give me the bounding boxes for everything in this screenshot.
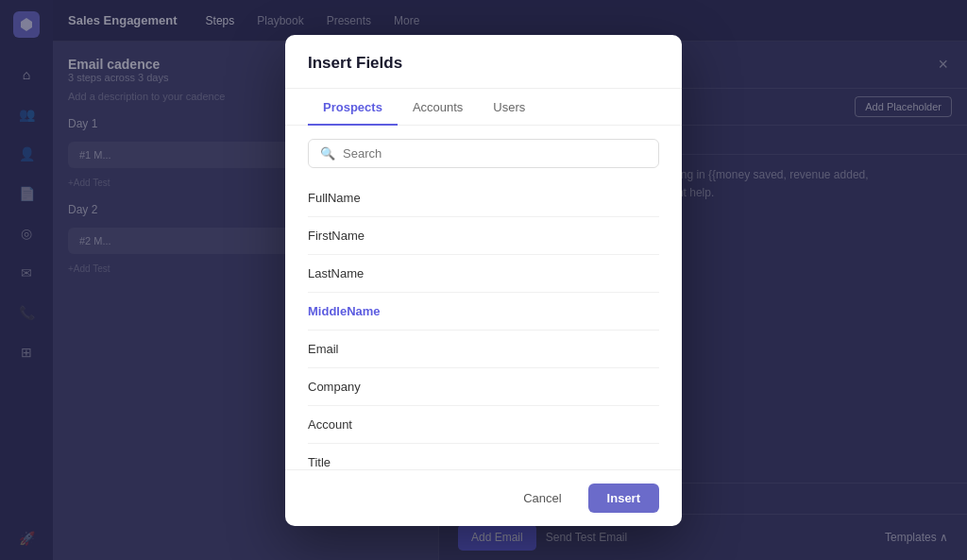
search-input[interactable] [343,146,647,161]
tab-users[interactable]: Users [478,89,540,126]
field-company[interactable]: Company [308,368,659,406]
cancel-button[interactable]: Cancel [506,484,578,513]
field-account[interactable]: Account [308,406,659,444]
modal-search-area: 🔍 [285,126,682,176]
search-icon: 🔍 [320,146,335,161]
modal-tabs: Prospects Accounts Users [285,89,682,126]
field-title[interactable]: Title [308,444,659,469]
field-firstname[interactable]: FirstName [308,217,659,255]
field-middlename[interactable]: MiddleName [308,293,659,331]
tab-prospects[interactable]: Prospects [308,89,398,126]
modal-wrapper: Insert Fields Prospects Accounts Users 🔍… [0,0,967,560]
search-wrapper: 🔍 [308,139,659,168]
tab-accounts[interactable]: Accounts [398,89,478,126]
insert-fields-modal: Insert Fields Prospects Accounts Users 🔍… [285,35,682,526]
insert-button[interactable]: Insert [588,484,659,513]
modal-footer: Cancel Insert [285,469,682,526]
field-lastname[interactable]: LastName [308,255,659,293]
modal-title: Insert Fields [308,54,402,72]
modal-header: Insert Fields [285,35,682,89]
field-email[interactable]: Email [308,331,659,368]
field-fullname[interactable]: FullName [308,179,659,217]
field-list: FullName FirstName LastName MiddleName E… [285,176,682,469]
